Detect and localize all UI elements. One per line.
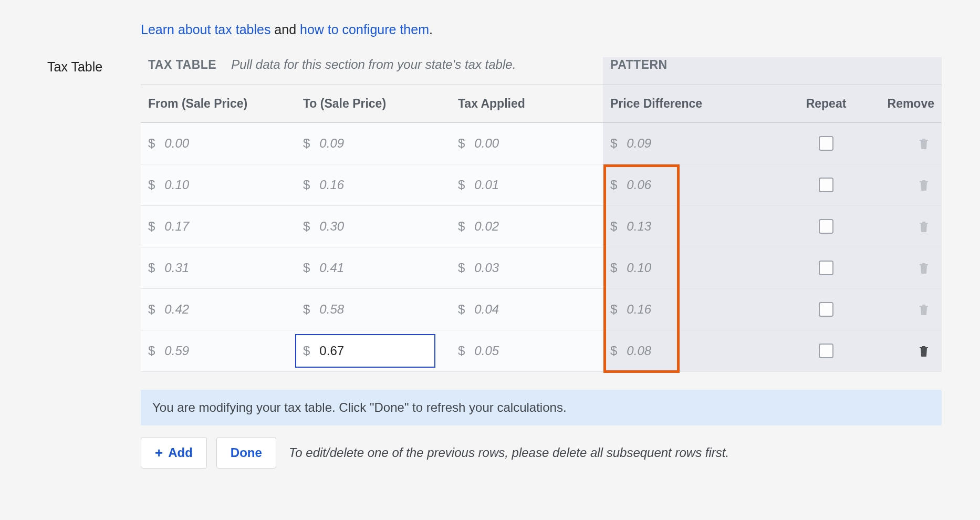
to-price-field[interactable]: $0.30 (303, 219, 443, 234)
tax-applied-value: 0.04 (474, 302, 499, 317)
price-diff: $0.06 (603, 164, 779, 205)
from-price-value: 0.31 (164, 261, 189, 275)
from-price-field[interactable]: $0.17 (148, 219, 288, 234)
learn-tax-tables-link[interactable]: Learn about tax tables (141, 22, 270, 37)
tax-applied-value: 0.03 (474, 261, 499, 275)
tax-applied-field[interactable]: $0.02 (458, 219, 596, 234)
repeat-cell (779, 247, 873, 288)
add-button[interactable]: + Add (141, 437, 207, 469)
price-diff-field[interactable]: $0.13 (610, 219, 772, 234)
dollar-icon: $ (303, 261, 310, 275)
footer-hint: To edit/delete one of the previous rows,… (289, 445, 729, 460)
dollar-icon: $ (303, 178, 310, 192)
trash-icon[interactable] (918, 261, 930, 275)
from-price-field[interactable]: $0.00 (148, 136, 288, 151)
trash-icon[interactable] (918, 178, 930, 192)
tax-applied-value: 0.02 (474, 219, 499, 234)
to-price-field[interactable]: $0.16 (303, 178, 443, 192)
repeat-cell (779, 206, 873, 247)
repeat-checkbox[interactable] (819, 136, 833, 151)
from-price-field[interactable]: $0.31 (148, 261, 288, 275)
from-price-field[interactable]: $0.59 (148, 344, 288, 358)
repeat-checkbox[interactable] (819, 302, 833, 317)
to-price-value: 0.67 (319, 344, 344, 358)
tax-applied-field[interactable]: $0.05 (458, 344, 596, 358)
col-diff: Price Difference (603, 85, 779, 122)
to-price-field[interactable]: $0.09 (303, 136, 443, 151)
table-row: $0.59$0.67$0.05$0.08 (141, 330, 942, 372)
table-row: $0.00$0.09$0.00$0.09 (141, 123, 942, 164)
table-row: $0.42$0.58$0.04$0.16 (141, 289, 942, 330)
repeat-cell (779, 123, 873, 164)
from-price-value: 0.00 (164, 136, 189, 151)
dollar-icon: $ (610, 302, 617, 317)
repeat-checkbox[interactable] (819, 219, 833, 234)
from-price: $0.17 (141, 206, 296, 247)
price-diff: $0.16 (603, 289, 779, 330)
trash-icon[interactable] (918, 303, 930, 316)
intro-period: . (429, 22, 433, 37)
repeat-cell (779, 330, 873, 371)
tax-table-label: TAX TABLE (148, 58, 216, 72)
trash-icon[interactable] (918, 137, 930, 150)
from-price: $0.59 (141, 330, 296, 371)
to-price: $0.67 (296, 330, 451, 371)
tax-applied-field[interactable]: $0.04 (458, 302, 596, 317)
col-repeat: Repeat (779, 85, 873, 122)
to-price-value: 0.41 (319, 261, 344, 275)
to-price-value: 0.58 (319, 302, 344, 317)
price-diff-value: 0.16 (627, 302, 651, 317)
repeat-cell (779, 289, 873, 330)
dollar-icon: $ (303, 344, 310, 358)
price-diff-field[interactable]: $0.10 (610, 261, 772, 275)
from-price-field[interactable]: $0.42 (148, 302, 288, 317)
col-to: To (Sale Price) (296, 85, 451, 122)
repeat-checkbox[interactable] (819, 344, 833, 358)
to-price: $0.09 (296, 123, 451, 164)
dollar-icon: $ (148, 219, 155, 234)
to-price-field[interactable]: $0.67 (295, 334, 435, 368)
trash-icon[interactable] (918, 344, 930, 358)
done-button-label: Done (231, 445, 262, 460)
add-button-label: Add (168, 445, 193, 460)
to-price-field[interactable]: $0.58 (303, 302, 443, 317)
trash-icon[interactable] (918, 220, 930, 233)
repeat-checkbox[interactable] (819, 178, 833, 192)
from-price: $0.42 (141, 289, 296, 330)
side-label: Tax Table (47, 57, 137, 469)
tax-applied-field[interactable]: $0.00 (458, 136, 596, 151)
tax-applied-value: 0.05 (474, 344, 499, 358)
remove-cell (873, 330, 942, 371)
dollar-icon: $ (303, 302, 310, 317)
price-diff-field[interactable]: $0.16 (610, 302, 772, 317)
tax-applied-value: 0.00 (474, 136, 499, 151)
price-diff-field[interactable]: $0.06 (610, 178, 772, 192)
col-tax: Tax Applied (451, 85, 603, 122)
price-diff-field[interactable]: $0.08 (610, 344, 772, 358)
price-diff-value: 0.08 (627, 344, 651, 358)
remove-cell (873, 247, 942, 288)
repeat-checkbox[interactable] (819, 261, 833, 275)
dollar-icon: $ (458, 136, 465, 151)
to-price-field[interactable]: $0.41 (303, 261, 443, 275)
from-price-field[interactable]: $0.10 (148, 178, 288, 192)
dollar-icon: $ (610, 136, 617, 151)
tax-applied-field[interactable]: $0.03 (458, 261, 596, 275)
remove-cell (873, 123, 942, 164)
to-price-value: 0.16 (319, 178, 344, 192)
dollar-icon: $ (148, 302, 155, 317)
notice-banner: You are modifying your tax table. Click … (141, 390, 942, 425)
dollar-icon: $ (610, 261, 617, 275)
price-diff-field[interactable]: $0.09 (610, 136, 772, 151)
price-diff: $0.08 (603, 330, 779, 371)
dollar-icon: $ (610, 178, 617, 192)
repeat-cell (779, 164, 873, 205)
tax-applied: $0.04 (451, 289, 603, 330)
tax-applied-field[interactable]: $0.01 (458, 178, 596, 192)
dollar-icon: $ (610, 219, 617, 234)
dollar-icon: $ (458, 302, 465, 317)
configure-link[interactable]: how to configure them (300, 22, 429, 37)
done-button[interactable]: Done (216, 437, 276, 469)
remove-cell (873, 164, 942, 205)
tax-applied: $0.03 (451, 247, 603, 288)
